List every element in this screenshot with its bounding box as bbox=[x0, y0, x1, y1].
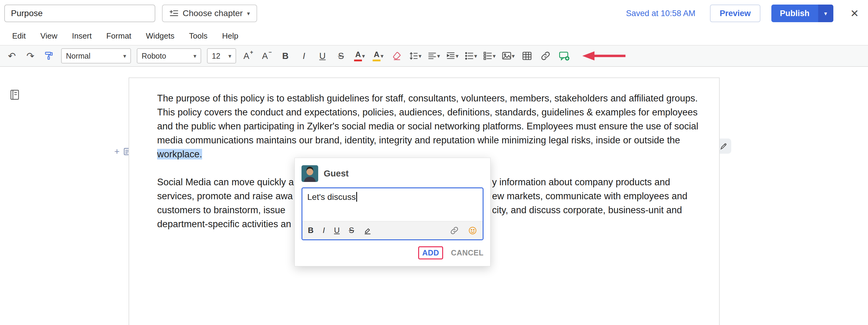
minus-mark: − bbox=[268, 49, 272, 56]
highlight-color-icon: A bbox=[373, 51, 380, 61]
add-comment-button[interactable] bbox=[558, 48, 570, 64]
bold-button[interactable]: B bbox=[279, 48, 292, 64]
add-comment-submit-button[interactable]: ADD bbox=[418, 246, 443, 259]
italic-button[interactable]: I bbox=[298, 48, 310, 64]
comment-bold-button[interactable]: B bbox=[308, 226, 314, 235]
insert-image-button[interactable]: ▾ bbox=[501, 48, 515, 64]
table-of-contents-icon bbox=[10, 89, 20, 100]
preview-button[interactable]: Preview bbox=[710, 5, 761, 22]
publish-button[interactable]: Publish bbox=[771, 5, 818, 22]
chevron-down-icon: ▾ bbox=[456, 53, 459, 59]
letter-a: A bbox=[262, 51, 268, 61]
insert-block-icon[interactable]: + bbox=[114, 147, 120, 156]
chevron-down-icon: ▾ bbox=[123, 53, 126, 59]
chevron-down-icon: ▾ bbox=[193, 53, 196, 59]
emoji-icon bbox=[468, 226, 477, 235]
format-painter-icon bbox=[44, 51, 54, 61]
saved-status: Saved at 10:58 AM bbox=[626, 9, 695, 18]
letter-a: A bbox=[243, 51, 249, 61]
redo-icon: ↷ bbox=[26, 51, 34, 61]
multilevel-list-icon bbox=[483, 51, 493, 61]
paragraph-style-select[interactable]: Normal ▾ bbox=[61, 48, 131, 63]
publish-split-button: Publish ▾ bbox=[771, 5, 833, 22]
chevron-down-icon: ▾ bbox=[380, 53, 383, 59]
menu-bar: Edit View Insert Format Widgets Tools He… bbox=[0, 27, 868, 45]
text-caret bbox=[356, 192, 357, 202]
menu-item-edit[interactable]: Edit bbox=[5, 31, 33, 41]
comment-input[interactable]: Let's discuss bbox=[302, 188, 483, 221]
formatting-toolbar: ↶ ↷ Normal ▾ Roboto ▾ 12 ▾ A+ A− B I U S… bbox=[0, 45, 868, 67]
chevron-down-icon: ▾ bbox=[362, 53, 365, 59]
chevron-down-icon: ▾ bbox=[437, 53, 440, 59]
font-size-value: 12 bbox=[212, 52, 220, 60]
menu-item-view[interactable]: View bbox=[33, 31, 65, 41]
bullet-list-button[interactable]: ▾ bbox=[464, 48, 477, 64]
paragraph-style-value: Normal bbox=[66, 52, 91, 60]
close-button[interactable]: ✕ bbox=[850, 7, 859, 20]
line-right-fragment: city, and discuss corporate, business-un… bbox=[492, 203, 682, 217]
comment-underline-button[interactable]: U bbox=[334, 226, 340, 235]
align-left-icon bbox=[427, 51, 437, 61]
comment-input-box[interactable]: Let's discuss B I U S bbox=[302, 187, 484, 240]
chapter-title-input[interactable] bbox=[4, 5, 155, 22]
decrease-font-button[interactable]: A− bbox=[260, 48, 273, 64]
comment-format-toolbar: B I U S bbox=[302, 221, 483, 239]
app-header: Choose chapter ▾ Saved at 10:58 AM Previ… bbox=[0, 0, 868, 27]
menu-item-widgets[interactable]: Widgets bbox=[138, 31, 182, 41]
comment-draft-text: Let's discuss bbox=[307, 192, 355, 202]
preview-label: Preview bbox=[720, 9, 751, 18]
comment-highlight-button[interactable] bbox=[363, 224, 372, 237]
comment-italic-button[interactable]: I bbox=[323, 226, 325, 235]
strikethrough-icon: S bbox=[338, 51, 344, 61]
comment-emoji-button[interactable] bbox=[468, 224, 477, 237]
redo-button[interactable]: ↷ bbox=[24, 48, 37, 64]
comment-link-button[interactable] bbox=[450, 224, 459, 237]
clear-formatting-button[interactable] bbox=[390, 48, 403, 64]
indent-button[interactable]: ▾ bbox=[446, 48, 459, 64]
chevron-down-icon: ▾ bbox=[247, 11, 250, 17]
chevron-down-icon: ▾ bbox=[228, 53, 231, 59]
publish-label: Publish bbox=[780, 9, 810, 18]
italic-icon: I bbox=[303, 51, 305, 61]
choose-chapter-button[interactable]: Choose chapter ▾ bbox=[162, 5, 257, 22]
line-left-fragment: department-specific activities an bbox=[157, 219, 291, 229]
line-left-fragment: Social Media can move quickly a bbox=[157, 177, 294, 187]
plus-mark: + bbox=[250, 49, 253, 56]
line-right-fragment: y information about company products and bbox=[492, 175, 670, 189]
publish-options-button[interactable]: ▾ bbox=[818, 5, 833, 22]
chevron-down-icon: ▾ bbox=[474, 53, 477, 59]
eraser-icon bbox=[392, 51, 401, 61]
undo-button[interactable]: ↶ bbox=[5, 48, 18, 64]
font-family-select[interactable]: Roboto ▾ bbox=[137, 48, 201, 63]
paragraph-purpose: The purpose of this policy is to establi… bbox=[157, 91, 701, 161]
comment-header: Guest bbox=[302, 165, 484, 182]
image-icon bbox=[501, 51, 512, 61]
underline-button[interactable]: U bbox=[316, 48, 329, 64]
menu-item-insert[interactable]: Insert bbox=[65, 31, 99, 41]
chevron-down-icon: ▾ bbox=[418, 53, 422, 59]
highlight-color-button[interactable]: A ▾ bbox=[372, 48, 384, 64]
format-painter-button[interactable] bbox=[42, 48, 55, 64]
multilevel-list-button[interactable]: ▾ bbox=[483, 48, 496, 64]
line-right-fragment: ew markets, communicate with employees a… bbox=[492, 189, 687, 203]
line-spacing-button[interactable]: ▾ bbox=[409, 48, 422, 64]
comment-strikethrough-button[interactable]: S bbox=[349, 226, 354, 235]
smart-assist-icon bbox=[719, 141, 728, 151]
underline-icon: U bbox=[319, 51, 326, 61]
strikethrough-button[interactable]: S bbox=[335, 48, 347, 64]
indent-icon bbox=[446, 51, 456, 61]
increase-font-button[interactable]: A+ bbox=[242, 48, 255, 64]
menu-item-help[interactable]: Help bbox=[215, 31, 246, 41]
choose-chapter-label: Choose chapter bbox=[183, 8, 243, 18]
text-color-button[interactable]: A ▾ bbox=[353, 48, 366, 64]
align-button[interactable]: ▾ bbox=[427, 48, 440, 64]
table-of-contents-button[interactable] bbox=[10, 89, 20, 100]
menu-item-tools[interactable]: Tools bbox=[182, 31, 215, 41]
menu-item-format[interactable]: Format bbox=[99, 31, 138, 41]
font-size-select[interactable]: 12 ▾ bbox=[207, 48, 236, 63]
insert-link-button[interactable] bbox=[539, 48, 552, 64]
selected-text: workplace. bbox=[157, 149, 202, 159]
cancel-comment-button[interactable]: CANCEL bbox=[451, 249, 484, 257]
insert-table-button[interactable] bbox=[521, 48, 533, 64]
link-icon bbox=[450, 226, 459, 235]
